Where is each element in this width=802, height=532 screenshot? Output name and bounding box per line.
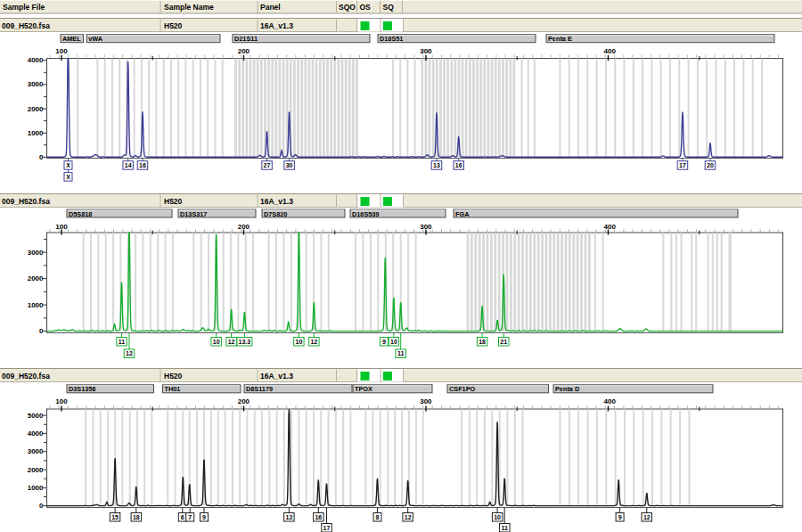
svg-text:Sample File: Sample File [3, 3, 45, 12]
svg-text:100: 100 [55, 47, 68, 55]
svg-text:14: 14 [125, 162, 132, 168]
svg-text:15: 15 [111, 514, 119, 520]
svg-text:FGA: FGA [455, 210, 470, 218]
svg-text:D18S51: D18S51 [380, 35, 403, 43]
svg-text:2000: 2000 [28, 274, 44, 282]
svg-text:100: 100 [55, 223, 68, 231]
svg-text:1000: 1000 [28, 129, 44, 137]
svg-text:17: 17 [323, 525, 331, 531]
svg-text:2000: 2000 [28, 105, 44, 113]
svg-text:1000: 1000 [28, 484, 44, 492]
svg-text:12: 12 [228, 339, 235, 345]
svg-text:1000: 1000 [28, 301, 44, 309]
svg-text:300: 300 [420, 397, 432, 405]
svg-text:vWA: vWA [88, 35, 103, 43]
svg-text:D21S11: D21S11 [234, 35, 258, 43]
svg-text:D8S1179: D8S1179 [246, 385, 273, 393]
svg-text:D16S539: D16S539 [352, 210, 379, 218]
svg-text:009_H520.fsa: 009_H520.fsa [2, 197, 50, 206]
svg-text:200: 200 [238, 47, 250, 55]
svg-text:16: 16 [455, 162, 462, 168]
svg-text:SQO: SQO [339, 3, 356, 12]
svg-text:3000: 3000 [28, 80, 44, 88]
svg-text:H520: H520 [164, 21, 183, 30]
svg-text:D7S820: D7S820 [264, 210, 287, 218]
svg-text:12: 12 [126, 350, 133, 356]
svg-text:AMEL: AMEL [62, 35, 81, 43]
svg-text:10: 10 [390, 339, 397, 345]
svg-text:9: 9 [382, 339, 386, 345]
svg-text:7: 7 [188, 514, 192, 520]
svg-text:X: X [66, 162, 70, 168]
svg-text:2000: 2000 [28, 466, 44, 474]
svg-text:CSF1PO: CSF1PO [449, 385, 476, 393]
svg-text:H520: H520 [164, 372, 183, 381]
svg-text:10: 10 [296, 339, 303, 345]
svg-text:18: 18 [133, 514, 140, 520]
svg-text:16A_v1.3: 16A_v1.3 [260, 197, 293, 206]
svg-text:Sample Name: Sample Name [164, 3, 214, 12]
svg-text:TPOX: TPOX [355, 385, 372, 393]
svg-text:13.3: 13.3 [239, 339, 251, 345]
svg-text:400: 400 [604, 47, 617, 55]
svg-text:3000: 3000 [28, 447, 44, 455]
svg-text:12: 12 [310, 339, 317, 345]
svg-text:200: 200 [238, 397, 250, 405]
svg-text:27: 27 [264, 162, 271, 168]
svg-text:11: 11 [397, 350, 405, 356]
svg-text:200: 200 [238, 223, 250, 231]
svg-text:12: 12 [643, 514, 651, 520]
svg-text:300: 300 [420, 223, 432, 231]
svg-text:SQ: SQ [383, 3, 395, 12]
svg-text:30: 30 [286, 162, 293, 168]
svg-text:9: 9 [202, 514, 206, 520]
svg-text:13: 13 [433, 162, 440, 168]
svg-text:4000: 4000 [28, 430, 44, 438]
svg-text:11: 11 [501, 525, 508, 531]
svg-text:9: 9 [618, 514, 622, 520]
svg-text:3000: 3000 [28, 249, 44, 257]
svg-text:6: 6 [181, 514, 184, 520]
svg-text:100: 100 [55, 397, 68, 405]
svg-text:4000: 4000 [28, 56, 44, 64]
svg-text:Panel: Panel [260, 3, 281, 12]
svg-text:009_H520.fsa: 009_H520.fsa [2, 21, 50, 30]
svg-text:16: 16 [315, 514, 322, 520]
svg-text:400: 400 [604, 397, 617, 405]
svg-text:20: 20 [707, 162, 714, 168]
svg-text:16A_v1.3: 16A_v1.3 [260, 21, 293, 30]
svg-text:10: 10 [213, 339, 220, 345]
svg-text:16: 16 [139, 162, 146, 168]
svg-text:Penta E: Penta E [548, 35, 572, 43]
svg-text:11: 11 [119, 339, 126, 345]
svg-text:Penta D: Penta D [555, 385, 579, 393]
svg-text:X: X [66, 174, 70, 180]
svg-text:18: 18 [479, 339, 486, 345]
svg-text:12: 12 [286, 514, 293, 520]
svg-text:5000: 5000 [28, 412, 44, 420]
svg-text:12: 12 [405, 514, 412, 520]
svg-text:D3S1358: D3S1358 [69, 385, 95, 393]
svg-text:D5S818: D5S818 [69, 210, 92, 218]
svg-text:D13S317: D13S317 [180, 210, 207, 218]
svg-text:8: 8 [376, 514, 380, 520]
svg-text:21: 21 [500, 339, 507, 345]
svg-text:16A_v1.3: 16A_v1.3 [260, 372, 293, 381]
svg-text:300: 300 [420, 47, 432, 55]
svg-text:10: 10 [494, 514, 501, 520]
svg-text:H520: H520 [164, 197, 183, 206]
svg-text:17: 17 [679, 162, 686, 168]
svg-text:TH01: TH01 [165, 385, 181, 393]
svg-text:OS: OS [360, 3, 372, 12]
svg-text:009_H520.fsa: 009_H520.fsa [2, 372, 50, 381]
